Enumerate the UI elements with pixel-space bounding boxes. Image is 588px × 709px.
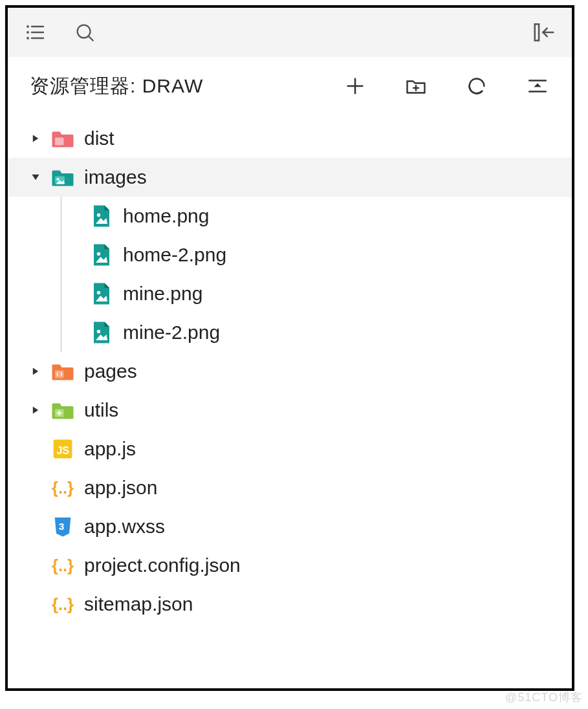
image-file-icon: [89, 281, 114, 306]
folder-pages[interactable]: pages: [8, 352, 572, 391]
image-file-icon: [89, 320, 114, 345]
images-children: home.png home-2.png mine.png mine-2.png: [8, 197, 572, 352]
svg-marker-26: [33, 367, 38, 375]
svg-point-25: [97, 330, 100, 333]
file-tree: dist images home.png h: [8, 115, 572, 688]
explorer-header: 资源管理器: DRAW: [8, 57, 572, 115]
json-file-icon: {..}: [50, 553, 75, 578]
file-label: app.wxss: [84, 516, 165, 538]
file-mine-png[interactable]: mine.png: [8, 274, 572, 313]
new-file-button[interactable]: [339, 70, 371, 102]
svg-point-6: [78, 25, 91, 38]
chevron-right-icon: [30, 133, 41, 144]
image-file-icon: [89, 243, 114, 267]
file-home-png[interactable]: home.png: [8, 197, 572, 235]
wxss-file-icon: 3: [50, 514, 75, 539]
svg-line-7: [89, 36, 93, 40]
folder-views-icon: [50, 359, 75, 384]
folder-images-icon: [50, 165, 75, 190]
collapse-all-button[interactable]: [521, 70, 554, 102]
chevron-right-icon: [30, 404, 41, 416]
svg-marker-17: [33, 135, 38, 142]
chevron-down-icon: [30, 171, 41, 183]
svg-point-21: [57, 178, 60, 180]
svg-rect-27: [55, 371, 64, 378]
file-app-wxss[interactable]: 3 app.wxss: [8, 507, 572, 546]
new-folder-button[interactable]: [400, 70, 432, 102]
file-label: sitemap.json: [84, 593, 193, 615]
svg-text:{..}: {..}: [52, 595, 74, 613]
file-label: app.json: [84, 477, 157, 499]
list-icon[interactable]: [23, 20, 48, 45]
folder-label: utils: [84, 399, 118, 421]
image-file-icon: [89, 204, 114, 228]
folder-dist[interactable]: dist: [8, 119, 572, 158]
svg-point-4: [27, 38, 28, 39]
file-label: home.png: [123, 205, 209, 227]
svg-marker-28: [33, 406, 38, 413]
svg-point-23: [97, 252, 100, 256]
svg-point-22: [97, 213, 100, 217]
svg-text:JS: JS: [56, 445, 69, 456]
svg-point-2: [27, 32, 28, 33]
folder-label: images: [84, 166, 147, 188]
top-toolbar: [8, 8, 572, 57]
js-file-icon: JS: [50, 437, 75, 461]
file-app-js[interactable]: JS app.js: [8, 430, 572, 468]
watermark: @51CTO博客: [505, 690, 583, 705]
svg-rect-8: [535, 24, 539, 40]
json-file-icon: {..}: [50, 592, 75, 616]
svg-marker-16: [534, 83, 541, 87]
file-label: app.js: [84, 438, 136, 460]
folder-label: pages: [84, 360, 137, 382]
file-mine-2-png[interactable]: mine-2.png: [8, 313, 572, 352]
json-file-icon: {..}: [50, 475, 75, 500]
folder-images[interactable]: images: [8, 158, 572, 197]
folder-label: dist: [84, 127, 114, 149]
file-label: home-2.png: [123, 244, 226, 266]
explorer-title: 资源管理器: DRAW: [30, 73, 203, 100]
svg-point-24: [97, 291, 100, 294]
file-sitemap-json[interactable]: {..} sitemap.json: [8, 585, 572, 624]
refresh-button[interactable]: [461, 70, 493, 102]
file-app-json[interactable]: {..} app.json: [8, 468, 572, 507]
indent-guide: [61, 197, 61, 352]
svg-text:{..}: {..}: [52, 556, 74, 574]
svg-text:{..}: {..}: [52, 479, 74, 497]
folder-utils-icon: [50, 398, 75, 422]
file-label: mine-2.png: [123, 322, 220, 344]
svg-point-0: [27, 26, 28, 27]
file-project-config-json[interactable]: {..} project.config.json: [8, 546, 572, 585]
file-label: project.config.json: [84, 554, 241, 576]
folder-utils[interactable]: utils: [8, 391, 572, 430]
file-home-2-png[interactable]: home-2.png: [8, 235, 572, 274]
svg-rect-18: [55, 138, 64, 146]
svg-marker-19: [32, 175, 39, 180]
file-label: mine.png: [123, 283, 202, 305]
svg-text:3: 3: [59, 521, 65, 532]
explorer-panel: 资源管理器: DRAW: [5, 5, 574, 691]
collapse-panel-icon[interactable]: [532, 20, 556, 45]
folder-icon: [50, 126, 75, 151]
chevron-right-icon: [30, 365, 41, 377]
search-icon[interactable]: [72, 20, 97, 45]
